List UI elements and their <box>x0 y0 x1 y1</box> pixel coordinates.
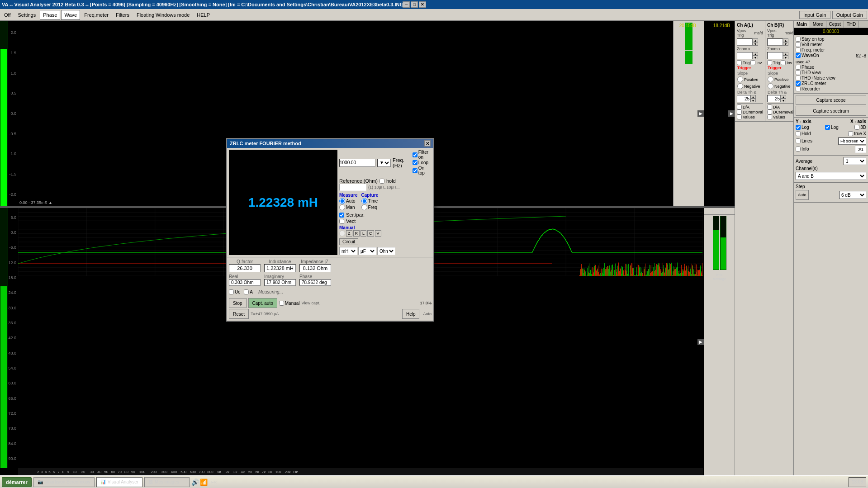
info-checkbox[interactable] <box>796 147 801 152</box>
unit1-select[interactable]: mH <box>339 247 357 255</box>
delta-up-b[interactable]: ▲ <box>781 95 786 99</box>
tab-more[interactable]: More <box>810 21 826 28</box>
menu-floating-windows[interactable]: Floating Windows mode <box>133 10 193 20</box>
delta-input[interactable] <box>737 95 750 102</box>
help-button[interactable]: Help <box>402 309 420 319</box>
ch-a-vpos-input[interactable]: 3.7109 <box>737 38 753 46</box>
freq-meter-checkbox[interactable] <box>796 47 801 52</box>
ref-input[interactable]: 10.20 <box>339 184 366 191</box>
log-y-checkbox[interactable] <box>796 125 801 130</box>
c-button[interactable]: C <box>367 230 374 237</box>
taskbar-mes-images[interactable]: 🖼 Mes images <box>144 477 190 487</box>
ch-b-zoom-up[interactable]: ▲ <box>783 52 788 56</box>
menu-filters[interactable]: Filters <box>113 10 133 20</box>
channels-select[interactable]: A and B <box>796 172 866 180</box>
wave-on-checkbox[interactable] <box>796 53 801 58</box>
ch-a-trig-checkbox[interactable] <box>737 60 742 65</box>
stop-button[interactable]: Stop <box>229 298 247 308</box>
manual-check-checkbox[interactable] <box>279 301 284 306</box>
freq-cap-radio[interactable] <box>361 204 367 210</box>
z-button[interactable]: Z <box>346 230 352 237</box>
a-checkbox[interactable] <box>244 289 249 294</box>
average-select[interactable]: 1 <box>844 157 866 165</box>
unit3-select[interactable]: Ohm <box>377 247 395 255</box>
ch-a-up-button[interactable]: ▲ <box>753 38 758 42</box>
freq-unit-select[interactable]: ▼ <box>377 159 391 167</box>
ch-b-trig-checkbox[interactable] <box>767 60 772 65</box>
log-x-checkbox[interactable] <box>825 125 830 130</box>
values-checkbox[interactable] <box>737 114 742 119</box>
hold-checkbox[interactable] <box>796 131 801 136</box>
on-top-checkbox[interactable] <box>413 168 417 173</box>
step-select[interactable]: 6 dB <box>839 191 866 199</box>
positive-radio-b[interactable] <box>768 76 773 82</box>
input-gain-button[interactable]: Input Gain <box>799 11 830 19</box>
dialog-close-button[interactable]: ✕ <box>424 140 431 147</box>
three-d-checkbox[interactable] <box>854 125 859 130</box>
da-checkbox[interactable] <box>737 104 742 109</box>
tab-thd[interactable]: THD <box>844 21 859 28</box>
truex-checkbox[interactable] <box>848 131 853 136</box>
ch-a-zoom-up[interactable]: ▲ <box>753 52 758 56</box>
menu-settings[interactable]: Settings <box>14 10 39 20</box>
recorder-checkbox[interactable] <box>796 86 801 91</box>
ch-a-zoom-input[interactable]: 1 <box>737 52 753 59</box>
delta-input-b[interactable] <box>767 95 781 102</box>
ch-b-inv-checkbox[interactable] <box>781 60 786 65</box>
hold-checkbox-ref[interactable] <box>379 179 384 184</box>
uc-checkbox[interactable] <box>229 289 234 294</box>
ch-a-down-button[interactable]: ▼ <box>753 42 758 46</box>
delta-down-b[interactable]: ▼ <box>781 99 786 102</box>
da-checkbox-b[interactable] <box>767 104 772 109</box>
taskbar-screencopy[interactable]: 📷 smartision Screencopy <box>33 477 95 487</box>
ch-b-zoom-input[interactable]: 1 <box>767 52 783 59</box>
capture-scope-button[interactable]: Capture scope <box>796 95 866 105</box>
info-value-input[interactable] <box>855 146 866 153</box>
ch-b-zoom-down[interactable]: ▼ <box>783 56 788 59</box>
auto-radio[interactable] <box>339 198 345 204</box>
lines-checkbox[interactable] <box>796 138 801 143</box>
stay-on-top-checkbox[interactable] <box>796 37 801 42</box>
ch-b-vpos-input[interactable]: 3.7109 <box>767 38 783 46</box>
zrlc-checkbox[interactable] <box>796 81 801 86</box>
auto-button[interactable]: Auto <box>796 190 809 200</box>
ch-a-inv-checkbox[interactable] <box>750 60 755 65</box>
maximize-button[interactable]: □ <box>411 1 418 8</box>
menu-off[interactable]: Off <box>1 10 14 20</box>
output-gain-button[interactable]: Output Gain <box>832 11 867 19</box>
dcremoval-checkbox[interactable] <box>737 109 742 114</box>
thd-view-checkbox[interactable] <box>796 70 801 75</box>
man-radio[interactable] <box>339 204 345 210</box>
expand-right-arrow[interactable]: ▶ <box>697 110 704 117</box>
menu-phase[interactable]: Phase <box>40 10 60 20</box>
taskbar-visual-analyser[interactable]: 📊 Visual Analyser <box>96 477 142 487</box>
negative-radio-b[interactable] <box>768 83 773 89</box>
filter-on-checkbox[interactable] <box>413 152 417 157</box>
tab-main[interactable]: Main <box>794 21 810 28</box>
ch-a-zoom-down[interactable]: ▼ <box>753 56 758 59</box>
capt-auto-button[interactable]: Capt. auto <box>248 298 277 308</box>
start-button[interactable]: démarrer <box>2 477 32 487</box>
ser-par-checkbox[interactable] <box>339 213 344 218</box>
phase-checkbox[interactable] <box>796 65 801 70</box>
ch-b-down-button[interactable]: ▼ <box>783 42 788 46</box>
l-button[interactable]: L <box>360 230 366 237</box>
reset-button[interactable]: Reset <box>229 309 249 319</box>
menu-wave[interactable]: Wave <box>61 10 80 20</box>
spectrum-expand-arrow[interactable]: ▶ <box>697 339 704 345</box>
dcremoval-checkbox-b[interactable] <box>767 109 772 114</box>
minimize-button[interactable]: ─ <box>403 1 410 8</box>
negative-radio[interactable] <box>737 83 743 89</box>
r-button[interactable]: R <box>353 230 360 237</box>
volt-meter-checkbox[interactable] <box>796 42 801 47</box>
tab-cepst[interactable]: Cepst <box>826 21 844 28</box>
menu-help[interactable]: HELP <box>194 10 213 20</box>
expand-right-arrow2[interactable]: ▶ <box>728 110 735 117</box>
unit2-select[interactable]: μF <box>358 247 376 255</box>
menu-freq-meter[interactable]: Freq.meter <box>81 10 112 20</box>
capture-spectrum-button[interactable]: Capture spectrum <box>796 106 866 116</box>
freq-input[interactable] <box>339 159 375 167</box>
fit-screen-select[interactable]: Fit screen <box>838 137 866 145</box>
positive-radio[interactable] <box>737 76 743 82</box>
delta-down[interactable]: ▼ <box>750 99 756 102</box>
